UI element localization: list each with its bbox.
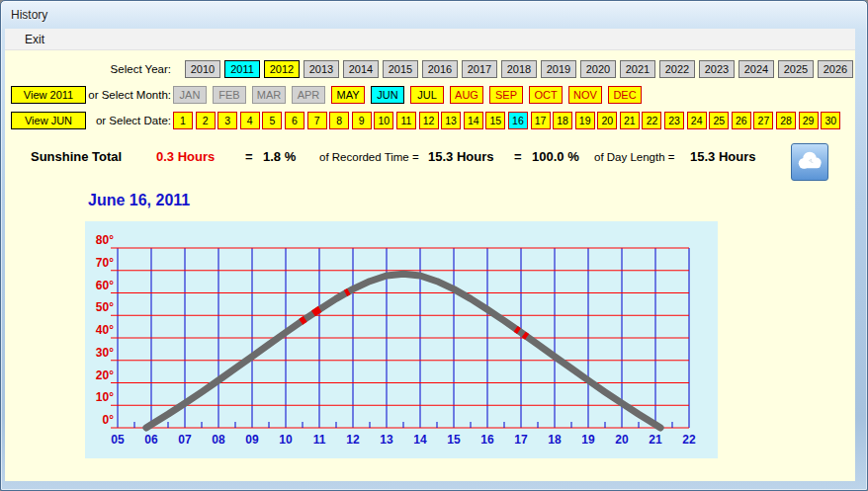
date-button-16[interactable]: 16: [508, 112, 528, 129]
x-tick-label: 20: [609, 433, 635, 447]
y-tick-label: 0°: [85, 413, 114, 427]
month-button-jun[interactable]: JUN: [371, 86, 404, 104]
month-button-nov[interactable]: NOV: [568, 86, 602, 104]
x-tick-label: 08: [206, 433, 231, 447]
y-tick-label: 70°: [85, 256, 114, 270]
x-tick-label: 22: [676, 433, 702, 447]
x-tick-label: 10: [273, 433, 299, 447]
date-button-23[interactable]: 23: [664, 112, 684, 129]
sunshine-period-mark: [313, 309, 320, 314]
sun-elevation-curve: [146, 274, 660, 428]
date-button-1[interactable]: 1: [173, 112, 193, 129]
x-tick-label: 18: [542, 433, 567, 447]
year-button-row: 2010201120122013201420152016201720182019…: [185, 60, 853, 78]
year-button-2026[interactable]: 2026: [818, 60, 853, 78]
date-button-20[interactable]: 20: [597, 112, 617, 129]
y-tick-label: 50°: [85, 300, 114, 314]
year-button-2022[interactable]: 2022: [659, 60, 695, 78]
cloud-icon: [795, 147, 825, 177]
month-button-apr: APR: [292, 86, 325, 104]
date-button-18[interactable]: 18: [553, 112, 572, 129]
year-button-2014[interactable]: 2014: [343, 60, 379, 78]
date-button-11[interactable]: 11: [396, 112, 416, 129]
x-tick-label: 19: [575, 433, 601, 447]
y-tick-label: 80°: [85, 233, 114, 247]
date-button-21[interactable]: 21: [620, 112, 640, 129]
date-button-6[interactable]: 6: [285, 112, 304, 129]
y-tick-label: 30°: [85, 346, 114, 360]
x-tick-label: 12: [340, 433, 366, 447]
recorded-time-label: of Recorded Time =: [319, 151, 419, 163]
year-button-2011[interactable]: 2011: [224, 60, 260, 78]
day-percent-value: 100.0 %: [532, 149, 579, 164]
year-button-2015[interactable]: 2015: [383, 60, 418, 78]
month-button-oct[interactable]: OCT: [529, 86, 563, 104]
x-tick-label: 21: [643, 433, 668, 447]
date-button-5[interactable]: 5: [262, 112, 282, 129]
client-area: Select Year: 201020112012201320142015201…: [5, 50, 855, 481]
titlebar[interactable]: History: [1, 1, 867, 29]
date-button-2[interactable]: 2: [196, 112, 216, 129]
year-button-2019[interactable]: 2019: [541, 60, 576, 78]
month-button-dec[interactable]: DEC: [608, 86, 642, 104]
year-button-2025[interactable]: 2025: [778, 60, 814, 78]
year-button-2023[interactable]: 2023: [699, 60, 735, 78]
year-button-2024[interactable]: 2024: [738, 60, 774, 78]
chart-date-title: June 16, 2011: [88, 192, 190, 209]
date-button-28[interactable]: 28: [776, 112, 796, 129]
select-date-label: or Select Date:: [62, 115, 171, 126]
year-button-2017[interactable]: 2017: [462, 60, 497, 78]
date-button-15[interactable]: 15: [485, 112, 505, 129]
month-button-aug[interactable]: AUG: [450, 86, 483, 104]
year-button-2018[interactable]: 2018: [501, 60, 537, 78]
date-button-19[interactable]: 19: [575, 112, 595, 129]
history-window: History Exit Select Year: 20102011201220…: [0, 0, 868, 491]
day-length-label: of Day Length =: [594, 151, 675, 163]
sunshine-hours-value: 0.3 Hours: [156, 149, 215, 164]
x-tick-label: 07: [172, 433, 198, 447]
date-button-30[interactable]: 30: [821, 112, 840, 129]
menu-item-exit[interactable]: Exit: [19, 32, 50, 47]
month-button-may[interactable]: MAY: [331, 86, 365, 104]
month-button-row: JANFEBMARAPRMAYJUNJULAUGSEPOCTNOVDEC: [173, 86, 642, 104]
year-button-2012[interactable]: 2012: [264, 60, 300, 78]
date-button-14[interactable]: 14: [464, 112, 483, 129]
year-button-2020[interactable]: 2020: [580, 60, 616, 78]
month-button-sep[interactable]: SEP: [489, 86, 523, 104]
year-button-2013[interactable]: 2013: [304, 60, 339, 78]
x-tick-label: 17: [508, 433, 534, 447]
date-button-25[interactable]: 25: [709, 112, 729, 129]
date-button-29[interactable]: 29: [799, 112, 819, 129]
sunshine-period-mark: [346, 291, 349, 293]
year-button-2016[interactable]: 2016: [422, 60, 458, 78]
date-button-27[interactable]: 27: [753, 112, 773, 129]
y-tick-label: 10°: [85, 390, 114, 404]
chart-panel: 050607080910111213141516171819202122 0°1…: [85, 221, 718, 458]
year-button-2010[interactable]: 2010: [185, 60, 220, 78]
day-hours-value: 15.3 Hours: [690, 149, 755, 164]
date-button-7[interactable]: 7: [307, 112, 327, 129]
year-button-2021[interactable]: 2021: [620, 60, 655, 78]
window-title: History: [11, 8, 47, 22]
date-button-17[interactable]: 17: [531, 112, 551, 129]
date-button-13[interactable]: 13: [441, 112, 461, 129]
cloud-weather-button[interactable]: [791, 143, 828, 181]
date-button-8[interactable]: 8: [329, 112, 349, 129]
equals-sign-2: =: [514, 149, 522, 164]
date-button-9[interactable]: 9: [352, 112, 372, 129]
sunshine-total-label: Sunshine Total: [31, 149, 122, 164]
date-button-22[interactable]: 22: [642, 112, 661, 129]
date-button-4[interactable]: 4: [240, 112, 260, 129]
x-tick-label: 14: [407, 433, 433, 447]
x-tick-label: 16: [475, 433, 500, 447]
month-button-jul[interactable]: JUL: [410, 86, 444, 104]
sun-elevation-plot: [118, 248, 689, 428]
date-button-24[interactable]: 24: [687, 112, 707, 129]
y-tick-label: 60°: [85, 279, 114, 292]
date-button-10[interactable]: 10: [374, 112, 393, 129]
menubar: Exit: [5, 29, 855, 50]
date-button-26[interactable]: 26: [732, 112, 751, 129]
date-button-3[interactable]: 3: [217, 112, 237, 129]
x-tick-label: 06: [138, 433, 164, 447]
date-button-12[interactable]: 12: [419, 112, 439, 129]
